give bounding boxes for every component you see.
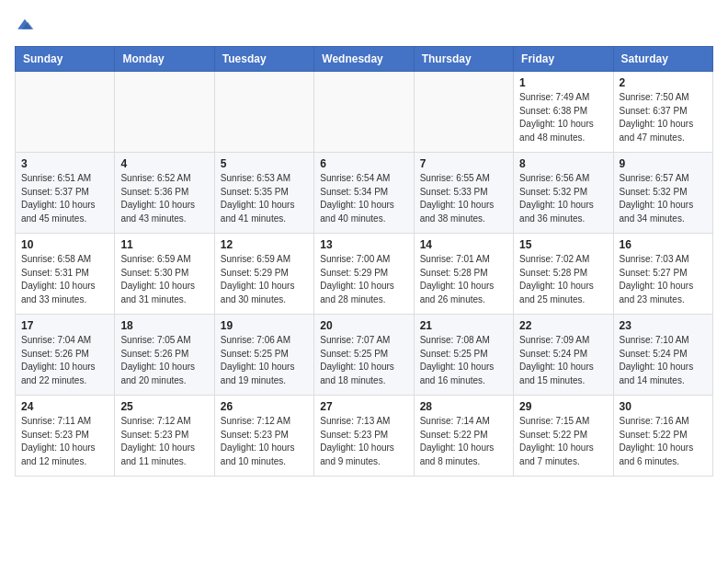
day-info: Sunrise: 7:07 AM Sunset: 5:25 PM Dayligh…: [320, 334, 407, 387]
day-number: 24: [21, 400, 108, 413]
day-info: Sunrise: 7:15 AM Sunset: 5:22 PM Dayligh…: [519, 415, 607, 468]
day-info: Sunrise: 7:00 AM Sunset: 5:29 PM Dayligh…: [320, 253, 407, 306]
day-info: Sunrise: 7:11 AM Sunset: 5:23 PM Dayligh…: [21, 415, 108, 468]
calendar-cell: 30Sunrise: 7:16 AM Sunset: 5:22 PM Dayli…: [613, 396, 712, 477]
day-info: Sunrise: 6:59 AM Sunset: 5:30 PM Dayligh…: [120, 253, 208, 306]
day-info: Sunrise: 7:06 AM Sunset: 5:25 PM Dayligh…: [221, 334, 308, 387]
calendar-cell: 13Sunrise: 7:00 AM Sunset: 5:29 PM Dayli…: [314, 234, 414, 315]
day-info: Sunrise: 6:55 AM Sunset: 5:33 PM Dayligh…: [420, 172, 507, 225]
weekday-thursday: Thursday: [414, 47, 513, 72]
day-number: 3: [21, 157, 108, 170]
weekday-tuesday: Tuesday: [214, 47, 313, 72]
weekday-monday: Monday: [115, 47, 214, 72]
calendar-cell: [214, 72, 313, 153]
day-info: Sunrise: 6:54 AM Sunset: 5:34 PM Dayligh…: [320, 172, 407, 225]
day-info: Sunrise: 7:05 AM Sunset: 5:26 PM Dayligh…: [120, 334, 208, 387]
calendar-cell: 8Sunrise: 6:56 AM Sunset: 5:32 PM Daylig…: [514, 153, 613, 234]
day-number: 8: [519, 157, 607, 170]
calendar-cell: 3Sunrise: 6:51 AM Sunset: 5:37 PM Daylig…: [16, 153, 115, 234]
day-number: 17: [21, 319, 108, 332]
day-number: 14: [420, 238, 507, 251]
calendar-cell: 19Sunrise: 7:06 AM Sunset: 5:25 PM Dayli…: [214, 315, 313, 396]
calendar-cell: 22Sunrise: 7:09 AM Sunset: 5:24 PM Dayli…: [514, 315, 613, 396]
page-header: [15, 15, 713, 35]
day-number: 16: [620, 238, 707, 251]
weekday-wednesday: Wednesday: [314, 47, 414, 72]
day-info: Sunrise: 7:16 AM Sunset: 5:22 PM Dayligh…: [620, 415, 707, 468]
calendar-cell: 1Sunrise: 7:49 AM Sunset: 6:38 PM Daylig…: [514, 72, 613, 153]
calendar-cell: 29Sunrise: 7:15 AM Sunset: 5:22 PM Dayli…: [514, 396, 613, 477]
day-info: Sunrise: 7:49 AM Sunset: 6:38 PM Dayligh…: [519, 91, 607, 144]
calendar-cell: 9Sunrise: 6:57 AM Sunset: 5:32 PM Daylig…: [613, 153, 712, 234]
logo-icon: [15, 15, 35, 35]
calendar-cell: 14Sunrise: 7:01 AM Sunset: 5:28 PM Dayli…: [414, 234, 513, 315]
day-number: 30: [620, 400, 707, 413]
calendar-cell: 23Sunrise: 7:10 AM Sunset: 5:24 PM Dayli…: [613, 315, 712, 396]
day-number: 10: [21, 238, 108, 251]
day-number: 25: [120, 400, 208, 413]
day-info: Sunrise: 6:57 AM Sunset: 5:32 PM Dayligh…: [620, 172, 707, 225]
calendar-week-4: 24Sunrise: 7:11 AM Sunset: 5:23 PM Dayli…: [16, 396, 713, 477]
calendar-cell: 28Sunrise: 7:14 AM Sunset: 5:22 PM Dayli…: [414, 396, 513, 477]
day-number: 27: [320, 400, 407, 413]
calendar-cell: [314, 72, 414, 153]
day-info: Sunrise: 7:12 AM Sunset: 5:23 PM Dayligh…: [120, 415, 208, 468]
weekday-sunday: Sunday: [16, 47, 115, 72]
logo: [15, 15, 37, 35]
day-number: 6: [320, 157, 407, 170]
day-info: Sunrise: 7:09 AM Sunset: 5:24 PM Dayligh…: [519, 334, 607, 387]
calendar-cell: 24Sunrise: 7:11 AM Sunset: 5:23 PM Dayli…: [16, 396, 115, 477]
weekday-header-row: SundayMondayTuesdayWednesdayThursdayFrid…: [16, 47, 713, 72]
calendar-cell: 11Sunrise: 6:59 AM Sunset: 5:30 PM Dayli…: [115, 234, 214, 315]
day-info: Sunrise: 6:53 AM Sunset: 5:35 PM Dayligh…: [221, 172, 308, 225]
weekday-saturday: Saturday: [613, 47, 712, 72]
calendar-cell: 16Sunrise: 7:03 AM Sunset: 5:27 PM Dayli…: [613, 234, 712, 315]
day-info: Sunrise: 7:50 AM Sunset: 6:37 PM Dayligh…: [620, 91, 707, 144]
day-number: 21: [420, 319, 507, 332]
day-number: 12: [221, 238, 308, 251]
calendar-week-1: 3Sunrise: 6:51 AM Sunset: 5:37 PM Daylig…: [16, 153, 713, 234]
day-number: 9: [620, 157, 707, 170]
day-number: 11: [120, 238, 208, 251]
day-number: 5: [221, 157, 308, 170]
day-info: Sunrise: 6:56 AM Sunset: 5:32 PM Dayligh…: [519, 172, 607, 225]
calendar-header: SundayMondayTuesdayWednesdayThursdayFrid…: [16, 47, 713, 72]
day-info: Sunrise: 7:01 AM Sunset: 5:28 PM Dayligh…: [420, 253, 507, 306]
day-info: Sunrise: 6:52 AM Sunset: 5:36 PM Dayligh…: [120, 172, 208, 225]
day-number: 15: [519, 238, 607, 251]
day-info: Sunrise: 7:10 AM Sunset: 5:24 PM Dayligh…: [620, 334, 707, 387]
day-number: 29: [519, 400, 607, 413]
calendar-cell: [414, 72, 513, 153]
calendar-cell: 21Sunrise: 7:08 AM Sunset: 5:25 PM Dayli…: [414, 315, 513, 396]
calendar-cell: 18Sunrise: 7:05 AM Sunset: 5:26 PM Dayli…: [115, 315, 214, 396]
calendar-week-2: 10Sunrise: 6:58 AM Sunset: 5:31 PM Dayli…: [16, 234, 713, 315]
calendar-cell: 15Sunrise: 7:02 AM Sunset: 5:28 PM Dayli…: [514, 234, 613, 315]
day-number: 2: [620, 76, 707, 89]
calendar-cell: 10Sunrise: 6:58 AM Sunset: 5:31 PM Dayli…: [16, 234, 115, 315]
day-info: Sunrise: 6:58 AM Sunset: 5:31 PM Dayligh…: [21, 253, 108, 306]
calendar-cell: 5Sunrise: 6:53 AM Sunset: 5:35 PM Daylig…: [214, 153, 313, 234]
calendar-cell: 25Sunrise: 7:12 AM Sunset: 5:23 PM Dayli…: [115, 396, 214, 477]
day-info: Sunrise: 7:02 AM Sunset: 5:28 PM Dayligh…: [519, 253, 607, 306]
day-info: Sunrise: 7:14 AM Sunset: 5:22 PM Dayligh…: [420, 415, 507, 468]
calendar-cell: 26Sunrise: 7:12 AM Sunset: 5:23 PM Dayli…: [214, 396, 313, 477]
calendar-cell: 7Sunrise: 6:55 AM Sunset: 5:33 PM Daylig…: [414, 153, 513, 234]
day-info: Sunrise: 7:04 AM Sunset: 5:26 PM Dayligh…: [21, 334, 108, 387]
day-info: Sunrise: 7:03 AM Sunset: 5:27 PM Dayligh…: [620, 253, 707, 306]
day-number: 28: [420, 400, 507, 413]
day-info: Sunrise: 7:13 AM Sunset: 5:23 PM Dayligh…: [320, 415, 407, 468]
day-number: 20: [320, 319, 407, 332]
day-number: 1: [519, 76, 607, 89]
day-number: 18: [120, 319, 208, 332]
calendar-cell: 20Sunrise: 7:07 AM Sunset: 5:25 PM Dayli…: [314, 315, 414, 396]
weekday-friday: Friday: [514, 47, 613, 72]
calendar-week-3: 17Sunrise: 7:04 AM Sunset: 5:26 PM Dayli…: [16, 315, 713, 396]
day-info: Sunrise: 6:59 AM Sunset: 5:29 PM Dayligh…: [221, 253, 308, 306]
calendar-cell: 27Sunrise: 7:13 AM Sunset: 5:23 PM Dayli…: [314, 396, 414, 477]
calendar-table: SundayMondayTuesdayWednesdayThursdayFrid…: [15, 46, 713, 477]
calendar-body: 1Sunrise: 7:49 AM Sunset: 6:38 PM Daylig…: [16, 72, 713, 477]
day-number: 4: [120, 157, 208, 170]
day-number: 23: [620, 319, 707, 332]
day-number: 13: [320, 238, 407, 251]
calendar-cell: 2Sunrise: 7:50 AM Sunset: 6:37 PM Daylig…: [613, 72, 712, 153]
